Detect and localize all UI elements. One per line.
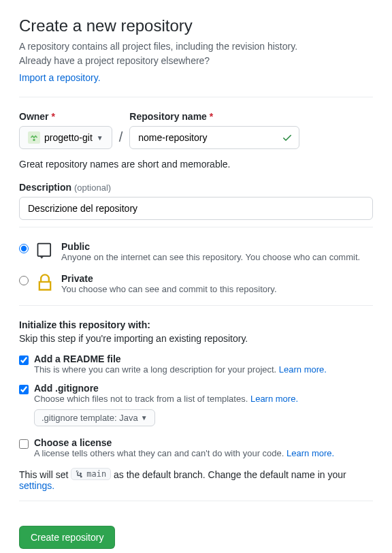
visibility-private-title: Private bbox=[61, 273, 277, 284]
lock-icon bbox=[35, 273, 54, 292]
visibility-private-radio[interactable] bbox=[19, 276, 29, 285]
visibility-public-radio[interactable] bbox=[19, 244, 29, 253]
repo-name-label: Repository name * bbox=[129, 111, 299, 122]
check-icon bbox=[282, 132, 293, 143]
intro-text-2: Already have a project repository elsewh… bbox=[19, 54, 373, 68]
description-input[interactable] bbox=[19, 197, 373, 220]
git-branch-icon bbox=[76, 470, 84, 478]
init-section-sub: Skip this step if you're importing an ex… bbox=[19, 333, 373, 344]
page-title: Create a new repository bbox=[19, 16, 373, 35]
caret-down-icon: ▼ bbox=[141, 414, 148, 422]
branch-badge: main bbox=[71, 468, 111, 480]
add-gitignore-title: Add .gitignore bbox=[34, 383, 298, 394]
add-readme-title: Add a README file bbox=[34, 353, 327, 364]
choose-license-desc: A license tells others what they can and… bbox=[34, 448, 334, 458]
owner-label: Owner * bbox=[19, 111, 112, 122]
add-readme-desc: This is where you can write a long descr… bbox=[34, 364, 327, 375]
description-label: Description (optional) bbox=[19, 182, 373, 193]
visibility-public-desc: Anyone on the internet can see this repo… bbox=[61, 252, 360, 262]
settings-link[interactable]: settings. bbox=[19, 480, 54, 491]
divider bbox=[19, 227, 373, 227]
default-branch-text: This will set main as the default branch… bbox=[19, 468, 373, 491]
owner-name: progetto-git bbox=[44, 132, 93, 143]
visibility-private-desc: You choose who can see and commit to thi… bbox=[61, 284, 277, 294]
repo-name-input[interactable] bbox=[129, 126, 299, 149]
visibility-public-title: Public bbox=[61, 241, 360, 252]
choose-license-title: Choose a license bbox=[34, 437, 334, 448]
add-gitignore-desc: Choose which files not to track from a l… bbox=[34, 394, 298, 404]
add-gitignore-checkbox[interactable] bbox=[19, 385, 29, 394]
readme-learn-more-link[interactable]: Learn more. bbox=[279, 364, 327, 375]
gitignore-learn-more-link[interactable]: Learn more. bbox=[250, 394, 298, 404]
add-readme-checkbox[interactable] bbox=[19, 356, 29, 365]
divider bbox=[19, 305, 373, 306]
repo-name-hint: Great repository names are short and mem… bbox=[19, 159, 373, 170]
divider bbox=[19, 97, 373, 97]
gitignore-template-button[interactable]: .gitignore template: Java ▼ bbox=[34, 409, 155, 426]
caret-down-icon: ▼ bbox=[97, 134, 103, 142]
svg-point-1 bbox=[33, 139, 35, 141]
init-section-title: Initialize this repository with: bbox=[19, 319, 373, 330]
license-learn-more-link[interactable]: Learn more. bbox=[287, 448, 334, 458]
owner-avatar-icon bbox=[28, 131, 40, 144]
owner-select-button[interactable]: progetto-git ▼ bbox=[19, 126, 112, 149]
slash-separator: / bbox=[119, 129, 123, 149]
choose-license-checkbox[interactable] bbox=[19, 439, 29, 449]
create-repository-button[interactable]: Create repository bbox=[19, 526, 115, 549]
repo-public-icon bbox=[35, 241, 54, 260]
import-repository-link[interactable]: Import a repository. bbox=[19, 72, 101, 83]
divider bbox=[19, 501, 373, 501]
intro-text-1: A repository contains all project files,… bbox=[19, 40, 373, 54]
